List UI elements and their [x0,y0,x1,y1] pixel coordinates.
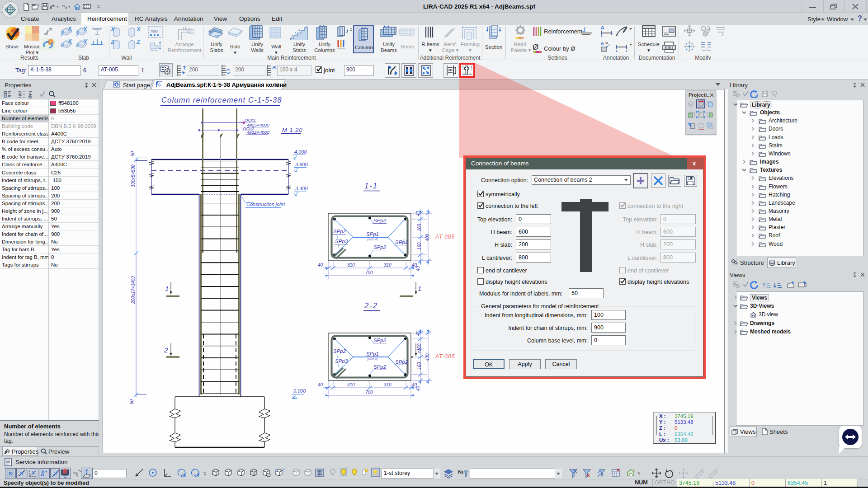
svg-text:3.400: 3.400 [295,186,308,191]
svg-text:100x5=500: 100x5=500 [131,164,136,187]
svg-text:200x17=3400: 200x17=3400 [131,276,136,304]
svg-text:Y: Y [83,26,88,32]
svg-text:X: X [136,26,141,33]
svg-text:1: 1 [418,285,421,292]
svg-text:2: 2 [164,346,168,354]
svg-text:4ø12A400C: 4ø12A400C [247,130,270,135]
svg-text:400: 400 [425,353,430,361]
svg-text:AT-005: AT-005 [435,234,455,240]
svg-text:SPp2: SPp2 [373,244,387,250]
svg-text:SPp2: SPp2 [373,338,387,343]
svg-text:Construction joint: Construction joint [246,202,285,207]
svg-text:(шт.4): (шт.4) [367,357,378,361]
svg-text:X: X [67,38,72,45]
svg-text:(шт.4): (шт.4) [367,237,378,241]
svg-text:№: № [458,469,463,474]
svg-text:40: 40 [318,382,323,387]
svg-text:Y: Y [83,38,88,45]
svg-text:400: 400 [425,234,430,241]
svg-text:SPp2: SPp2 [395,359,408,365]
svg-text:Ø: Ø [533,43,538,52]
svg-text:Column reinforcement C-1-5-38: Column reinforcement C-1-5-38 [161,96,282,104]
svg-text:40: 40 [415,330,420,336]
svg-text:I: I [722,30,724,37]
svg-text:40: 40 [412,263,417,267]
svg-text:40: 40 [415,211,420,216]
svg-text:SPp2: SPp2 [395,239,408,245]
svg-text:A: A [601,41,604,46]
svg-text:2-2: 2-2 [364,301,378,310]
svg-text:M: M [605,42,608,45]
svg-text:160: 160 [417,362,422,370]
svg-text:AT-005: AT-005 [435,353,455,360]
svg-text:40: 40 [318,263,323,267]
svg-text:50: 50 [130,151,135,156]
svg-text:310: 310 [347,263,355,267]
svg-text:Z: Z [111,38,115,45]
svg-text:160: 160 [417,343,422,351]
svg-text:700: 700 [365,390,373,395]
svg-text:X: X [67,26,72,32]
svg-text:3.800: 3.800 [295,162,308,167]
svg-text:0.000: 0.000 [293,388,306,394]
svg-text:50: 50 [129,399,134,404]
svg-text:i: i [346,28,348,34]
svg-text:SPp2: SPp2 [373,218,387,223]
svg-text:SPp3: SPp3 [335,358,348,364]
svg-text:SPp3: SPp3 [335,239,348,244]
svg-text:max: max [151,29,159,33]
svg-text:4.000: 4.000 [294,149,307,155]
svg-text:310: 310 [384,263,392,267]
svg-text:310: 310 [384,382,392,387]
svg-text:I: I [584,26,585,33]
svg-text:SPp2: SPp2 [333,348,346,354]
svg-text:310: 310 [347,382,355,387]
svg-text:M 1:20: M 1:20 [282,127,303,133]
svg-text:ОСп1: ОСп1 [245,117,256,122]
svg-text:160: 160 [417,224,422,231]
svg-text:A: A [601,25,604,30]
svg-text:SPp1: SPp1 [366,231,379,237]
svg-text:X: X [111,26,115,33]
svg-text:Z: Z [136,38,141,45]
svg-text:700: 700 [365,270,373,275]
svg-text:Y: Y [197,473,200,478]
svg-text:SPp2: SPp2 [333,229,346,234]
svg-text:160: 160 [417,242,422,250]
svg-text:1-1: 1-1 [364,182,378,190]
svg-text:SPp1: SPp1 [366,351,379,357]
svg-text:1: 1 [165,285,169,292]
svg-text:X: X [183,473,186,478]
svg-text:40: 40 [412,382,417,387]
svg-text:SPp2: SPp2 [373,364,387,370]
